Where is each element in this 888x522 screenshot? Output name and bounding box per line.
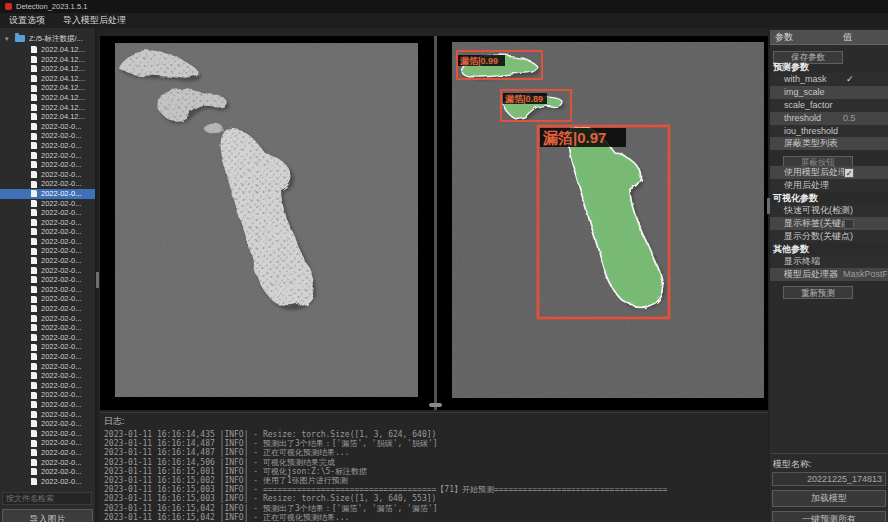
model-name-field[interactable]: 20221225_174813	[772, 472, 886, 486]
file-name: 2022-02-0...	[41, 304, 81, 314]
file-icon	[31, 420, 37, 427]
file-tree-item[interactable]: 2022-02-0...	[0, 189, 95, 199]
file-tree-item[interactable]: 2022.04.12...	[0, 55, 95, 65]
file-tree-item[interactable]: 2022-02-0...	[0, 275, 95, 285]
import-image-button[interactable]: 导入图片	[2, 509, 93, 522]
param-button[interactable]: 重新预测	[783, 286, 853, 299]
param-rows: 保存参数预测参数with_mask✓img_scalescale_factort…	[770, 45, 888, 297]
file-tree-item[interactable]: 2022-02-0...	[0, 122, 95, 132]
file-tree-item[interactable]: 2022-02-0...	[0, 448, 95, 458]
file-tree-item[interactable]: 2022-02-0...	[0, 400, 95, 410]
file-tree-item[interactable]: 2022-02-0...	[0, 218, 95, 228]
file-tree-item[interactable]: 2022.04.12...	[0, 112, 95, 122]
predict-all-button[interactable]: 一键预测所有	[772, 511, 886, 522]
param-row[interactable]: with_mask✓	[770, 73, 888, 86]
param-row[interactable]: 显示终端	[770, 255, 888, 268]
file-tree-item[interactable]: 2022.04.12...	[0, 83, 95, 93]
param-label: 显示标签(关键点)	[784, 217, 853, 230]
file-tree[interactable]: ▾ Z:/5-标注数据/... 2022.04.12...2022.04.12.…	[0, 28, 95, 486]
file-tree-item[interactable]: 2022-02-0...	[0, 352, 95, 362]
tree-root[interactable]: ▾ Z:/5-标注数据/...	[0, 32, 95, 45]
file-name: 2022-02-0...	[41, 179, 81, 189]
param-label: with_mask	[784, 73, 827, 86]
file-tree-item[interactable]: 2022-02-0...	[0, 179, 95, 189]
file-tree-item[interactable]: 2022-02-0...	[0, 141, 95, 151]
file-tree-item[interactable]: 2022-02-0...	[0, 151, 95, 161]
panel-divider-handle[interactable]	[429, 403, 442, 407]
file-name: 2022-02-0...	[41, 467, 81, 477]
file-tree-item[interactable]: 2022.04.12...	[0, 45, 95, 55]
file-tree-item[interactable]: 2022-02-0...	[0, 419, 95, 429]
file-tree-item[interactable]: 2022-02-0...	[0, 256, 95, 266]
file-tree-item[interactable]: 2022-02-0...	[0, 199, 95, 209]
file-tree-item[interactable]: 2022-02-0...	[0, 294, 95, 304]
load-model-button[interactable]: 加载模型	[772, 490, 886, 507]
menu-item-settings[interactable]: 设置选项	[0, 13, 54, 28]
checkbox[interactable]	[844, 219, 854, 229]
file-tree-item[interactable]: 2022-02-0...	[0, 227, 95, 237]
file-icon	[31, 75, 37, 82]
file-tree-item[interactable]: 2022-02-0...	[0, 160, 95, 170]
file-tree-item[interactable]: 2022-02-0...	[0, 266, 95, 276]
file-tree-item[interactable]: 2022.04.12...	[0, 103, 95, 113]
file-tree-item[interactable]: 2022-02-0...	[0, 323, 95, 333]
prediction-image-panel[interactable]: 漏箔|0.99 漏箔|0.89 漏箔|0.97	[452, 42, 764, 398]
panel-divider[interactable]	[434, 36, 437, 410]
file-name: 2022-02-0...	[41, 429, 81, 439]
file-tree-item[interactable]: 2022-02-0...	[0, 438, 95, 448]
log-area[interactable]: 日志: 2023-01-11 16:16:14,435 |INFO| - Res…	[100, 412, 768, 522]
window-title: Detection_2023.1.5.1	[16, 0, 87, 13]
file-tree-item[interactable]: 2022-02-0...	[0, 285, 95, 295]
sidebar-splitter-handle[interactable]	[96, 272, 99, 288]
file-tree-item[interactable]: 2022-02-0...	[0, 246, 95, 256]
param-row[interactable]: iou_threshold	[770, 125, 888, 138]
file-tree-item[interactable]: 2022-02-0...	[0, 304, 95, 314]
checkbox[interactable]: ✓	[844, 168, 854, 178]
file-tree-item[interactable]: 2022-02-0...	[0, 333, 95, 343]
param-value: MaskPostPro	[843, 268, 887, 281]
file-name: 2022-02-0...	[41, 458, 81, 468]
file-tree-item[interactable]: 2022-02-0...	[0, 131, 95, 141]
file-tree-item[interactable]: 2022-02-0...	[0, 237, 95, 247]
param-row[interactable]: 显示标签(关键点)	[770, 217, 888, 230]
file-tree-item[interactable]: 2022-02-0...	[0, 410, 95, 420]
search-input[interactable]	[2, 492, 92, 505]
param-row[interactable]: 使用后处理	[770, 179, 888, 192]
file-tree-item[interactable]: 2022-02-0...	[0, 314, 95, 324]
file-tree-item[interactable]: 2022-02-0...	[0, 371, 95, 381]
param-row[interactable]: img_scale	[770, 86, 888, 99]
file-name: 2022-02-0...	[41, 199, 81, 209]
param-label: scale_factor	[784, 99, 833, 112]
file-tree-item[interactable]: 2022-02-0...	[0, 477, 95, 487]
file-tree-item[interactable]: 2022-02-0...	[0, 467, 95, 477]
file-icon	[31, 161, 37, 168]
file-tree-item[interactable]: 2022-02-0...	[0, 381, 95, 391]
app-icon	[5, 3, 12, 10]
file-tree-item[interactable]: 2022-02-0...	[0, 429, 95, 439]
file-tree-item[interactable]: 2022.04.12...	[0, 64, 95, 74]
raw-image-panel[interactable]	[115, 43, 418, 397]
file-icon	[31, 181, 37, 188]
file-tree-item[interactable]: 2022-02-0...	[0, 390, 95, 400]
caret-down-icon[interactable]: ▾	[5, 32, 9, 45]
param-row[interactable]: 屏蔽类型列表	[770, 137, 888, 150]
menu-item-import-postprocess[interactable]: 导入模型后处理	[54, 13, 135, 28]
file-tree-item[interactable]: 2022.04.12...	[0, 74, 95, 84]
param-row[interactable]: 快速可视化(检测)	[770, 204, 888, 217]
param-table-header: 参数 值	[770, 30, 888, 45]
file-tree-item[interactable]: 2022-02-0...	[0, 342, 95, 352]
param-row[interactable]: threshold0.5	[770, 112, 888, 125]
file-name: 2022-02-0...	[41, 419, 81, 429]
file-tree-item[interactable]: 2022-02-0...	[0, 458, 95, 468]
param-row[interactable]: 显示分数(关键点)	[770, 230, 888, 243]
param-section-header: 其他参数	[770, 243, 888, 255]
title-bar[interactable]: Detection_2023.1.5.1	[0, 0, 888, 13]
param-row[interactable]: 模型后处理器MaskPostPro	[770, 268, 888, 281]
file-tree-item[interactable]: 2022-02-0...	[0, 170, 95, 180]
param-row[interactable]: scale_factor	[770, 99, 888, 112]
file-tree-item[interactable]: 2022-02-0...	[0, 362, 95, 372]
file-tree-item[interactable]: 2022.04.12...	[0, 93, 95, 103]
file-name: 2022-02-0...	[41, 333, 81, 343]
param-row[interactable]: 使用模型后处理✓	[770, 166, 888, 179]
file-tree-item[interactable]: 2022-02-0...	[0, 208, 95, 218]
